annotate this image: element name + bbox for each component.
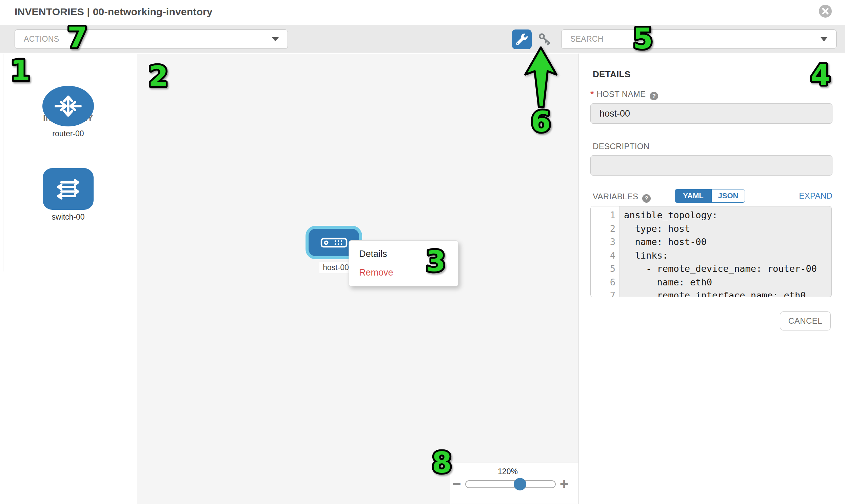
expand-link[interactable]: EXPAND <box>799 191 832 201</box>
palette-item-switch[interactable]: switch-00 <box>0 168 136 222</box>
zoom-out-button[interactable]: − <box>452 479 461 489</box>
yaml-toggle-button[interactable]: YAML <box>675 190 711 202</box>
switch-icon <box>43 168 93 210</box>
zoom-slider-thumb[interactable] <box>514 478 526 490</box>
host-node-label: host-00 <box>319 262 352 273</box>
toolbar: ACTIONS SEARCH <box>0 25 845 53</box>
code-line: 2 type: host <box>591 222 831 236</box>
chevron-down-icon <box>272 37 279 41</box>
palette-item-router[interactable]: router-00 <box>0 86 136 138</box>
header-bar: INVENTORIES | 00-networking-inventory <box>0 0 845 25</box>
cancel-button[interactable]: CANCEL <box>780 311 831 330</box>
host-icon <box>320 238 348 248</box>
topology-canvas[interactable]: host-00 Details Remove 120% − + <box>137 54 579 504</box>
code-line: 7 remote_interface_name: eth0 <box>591 289 831 297</box>
help-icon[interactable]: ? <box>642 194 651 203</box>
json-toggle-button[interactable]: JSON <box>711 190 745 202</box>
zoom-level-value: 120% <box>462 467 553 476</box>
inventory-topology-app: INVENTORIES | 00-networking-inventory AC… <box>0 0 845 504</box>
toolbox-wrench-button[interactable] <box>512 30 532 49</box>
actions-dropdown-label: ACTIONS <box>24 35 272 44</box>
page-title: INVENTORIES | 00-networking-inventory <box>15 6 213 18</box>
variables-label: VARIABLES? <box>593 192 651 203</box>
details-panel-title: DETAILS <box>593 69 630 80</box>
close-button[interactable] <box>819 5 832 18</box>
zoom-slider-track[interactable] <box>465 480 556 488</box>
zoom-control-panel: 120% − + <box>450 463 578 504</box>
key-button[interactable] <box>538 32 553 47</box>
palette-item-label: switch-00 <box>0 213 136 222</box>
description-input[interactable] <box>591 155 832 176</box>
node-context-menu: Details Remove <box>349 240 458 286</box>
host-name-label: HOST NAME <box>596 89 646 98</box>
variables-row: VARIABLES? YAML JSON EXPAND <box>593 189 832 203</box>
context-menu-item-remove[interactable]: Remove <box>349 263 458 282</box>
host-name-label-row: *HOST NAME? <box>591 89 658 100</box>
required-asterisk: * <box>591 89 594 99</box>
variables-format-toggle: YAML JSON <box>675 189 745 203</box>
code-line: 1ansible_topology: <box>591 209 831 222</box>
search-dropdown[interactable]: SEARCH <box>561 30 837 49</box>
search-dropdown-label: SEARCH <box>570 35 821 44</box>
code-line: 4 links: <box>591 249 831 262</box>
palette-item-label: router-00 <box>0 129 136 138</box>
zoom-in-button[interactable]: + <box>560 479 569 489</box>
close-icon <box>822 7 829 15</box>
inventory-sidebar: INVENTORY router-00 <box>0 54 136 504</box>
key-icon <box>539 33 552 46</box>
code-line: 5 - remote_device_name: router-00 <box>591 262 831 275</box>
code-line: 6 name: eth0 <box>591 275 831 289</box>
description-label: DESCRIPTION <box>593 142 649 151</box>
code-line: 3 name: host-00 <box>591 235 831 249</box>
variables-code-editor[interactable]: 1ansible_topology: 2 type: host 3 name: … <box>591 206 832 297</box>
actions-dropdown[interactable]: ACTIONS <box>15 30 288 49</box>
help-icon[interactable]: ? <box>650 92 658 100</box>
host-name-input[interactable] <box>591 103 832 124</box>
context-menu-item-details[interactable]: Details <box>349 245 458 263</box>
details-panel: DETAILS *HOST NAME? DESCRIPTION VARIABLE… <box>579 54 845 504</box>
router-icon <box>42 86 94 126</box>
chevron-down-icon <box>821 37 827 41</box>
wrench-icon <box>516 34 528 45</box>
